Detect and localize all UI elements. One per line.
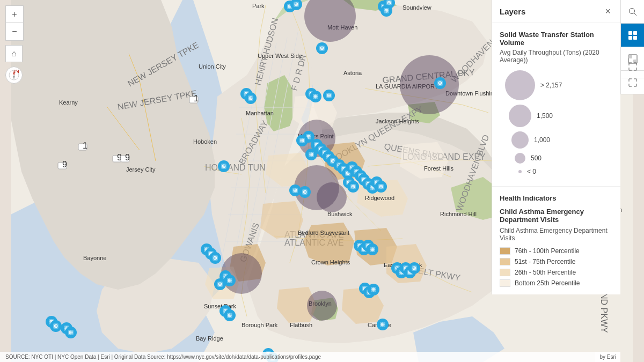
bubble-circle <box>511 131 529 149</box>
choropleth-legend: 76th - 100th Percentile51st - 75th Perce… <box>500 247 613 287</box>
waste-station-marker[interactable] <box>218 160 230 172</box>
map-container[interactable]: NECK EA CROSS ISLAND PKWY F D R DR HENRY… <box>0 0 644 362</box>
zoom-in-button[interactable]: + <box>6 6 23 23</box>
bubble-legend-row: < 0 <box>505 168 613 175</box>
bubble-circle <box>515 153 525 164</box>
bubble-circle <box>518 170 522 173</box>
choropleth-swatch <box>500 247 510 255</box>
choropleth-swatch <box>500 279 510 287</box>
waste-legend-section: Solid Waste Transfer Station Volume Avg … <box>492 23 620 187</box>
svg-line-168 <box>634 13 637 16</box>
svg-text:HOLLAND TUN: HOLLAND TUN <box>205 163 266 172</box>
layers-panel-header: Layers × <box>492 0 620 23</box>
waste-station-marker[interactable] <box>367 243 378 255</box>
svg-text:N: N <box>14 70 19 75</box>
choropleth-legend-row: 26th - 50th Percentile <box>500 269 613 276</box>
waste-station-marker[interactable] <box>434 77 446 89</box>
layers-panel: Layers × Solid Waste Transfer Station Vo… <box>492 0 620 294</box>
home-button[interactable]: ⌂ <box>5 45 23 62</box>
choropleth-label: 51st - 75th Percentile <box>515 258 575 265</box>
waste-station-marker[interactable] <box>296 135 308 146</box>
waste-station-marker[interactable] <box>316 42 328 54</box>
svg-text:9: 9 <box>62 160 67 169</box>
waste-station-marker[interactable] <box>305 149 317 160</box>
waste-station-marker[interactable] <box>377 319 389 330</box>
bubble-legend-row: 500 <box>505 153 613 164</box>
waste-station-marker[interactable] <box>310 91 321 102</box>
svg-rect-169 <box>628 31 632 35</box>
svg-rect-172 <box>633 36 637 40</box>
layers-button[interactable] <box>621 24 644 47</box>
right-toolbar <box>620 0 644 94</box>
source-text: SOURCE: NYC OTI | NYC Open Data | Esri |… <box>5 354 321 360</box>
choropleth-label: 76th - 100th Percentile <box>515 247 580 255</box>
zoom-out-button[interactable]: − <box>6 23 23 40</box>
health-subsection-title: Child Asthma Emergency Department Visits <box>500 208 613 224</box>
svg-text:9: 9 <box>125 153 130 162</box>
bubble-circle <box>509 105 531 127</box>
choropleth-label: 26th - 50th Percentile <box>515 269 576 276</box>
waste-legend-title: Solid Waste Transfer Station Volume <box>500 31 613 47</box>
bubble-label: 500 <box>531 154 541 162</box>
svg-point-167 <box>630 8 635 13</box>
waste-station-marker[interactable] <box>245 92 257 104</box>
svg-text:1: 1 <box>83 141 87 150</box>
svg-rect-171 <box>628 36 632 40</box>
bubble-legend-row: > 2,157 <box>505 70 613 100</box>
search-button[interactable] <box>621 0 644 24</box>
waste-legend-subtitle: Avg Daily Throughput (Tons) (2020 Averag… <box>500 49 613 64</box>
waste-station-marker[interactable] <box>375 181 387 193</box>
waste-station-marker[interactable] <box>224 309 236 321</box>
waste-station-marker[interactable] <box>214 278 226 290</box>
health-legend-section: Health Indicators Child Asthma Emergency… <box>492 187 620 294</box>
svg-rect-170 <box>633 31 637 35</box>
waste-station-marker[interactable] <box>50 320 62 332</box>
bubble-legend-row: 1,000 <box>505 131 613 149</box>
choropleth-legend-row: 51st - 75th Percentile <box>500 258 613 265</box>
waste-station-marker[interactable] <box>65 327 77 338</box>
waste-station-marker[interactable] <box>323 90 335 101</box>
bubble-circle <box>505 70 535 100</box>
bubble-label: < 0 <box>527 168 536 175</box>
bubble-label: > 2,157 <box>540 82 562 89</box>
fullscreen-button[interactable] <box>621 55 644 78</box>
esri-attribution: by Esri <box>595 352 620 362</box>
health-section-title: Health Indicators <box>500 194 613 202</box>
waste-station-marker[interactable] <box>380 5 392 17</box>
choropleth-swatch <box>500 258 510 265</box>
bubble-legend-row: 1,500 <box>505 105 613 127</box>
map-controls: + − ⌂ N <box>5 5 24 84</box>
source-bar: SOURCE: NYC OTI | NYC Open Data | Esri |… <box>0 352 620 362</box>
bubble-label: 1,000 <box>534 136 550 144</box>
waste-station-marker[interactable] <box>209 252 221 264</box>
bubble-legend: > 2,1571,5001,000500< 0 <box>500 70 613 179</box>
layers-panel-title: Layers <box>500 7 525 16</box>
layers-close-button[interactable]: × <box>603 5 613 17</box>
choropleth-legend-row: Bottom 25th Percentile <box>500 279 613 287</box>
choropleth-label: Bottom 25th Percentile <box>515 279 580 287</box>
waste-station-marker[interactable] <box>299 186 311 198</box>
waste-station-marker[interactable] <box>347 181 359 193</box>
svg-text:1: 1 <box>194 94 199 103</box>
compass-button[interactable]: N <box>5 67 23 84</box>
choropleth-legend-row: 76th - 100th Percentile <box>500 247 613 255</box>
esri-text: by Esri <box>599 354 616 360</box>
choropleth-swatch <box>500 269 510 276</box>
waste-station-marker[interactable] <box>408 262 420 274</box>
health-layer-title: Child Asthma Emergency Department Visits <box>500 227 613 242</box>
bubble-label: 1,500 <box>537 112 553 120</box>
zoom-controls: + − <box>5 5 24 41</box>
waste-station-marker[interactable] <box>368 284 379 295</box>
